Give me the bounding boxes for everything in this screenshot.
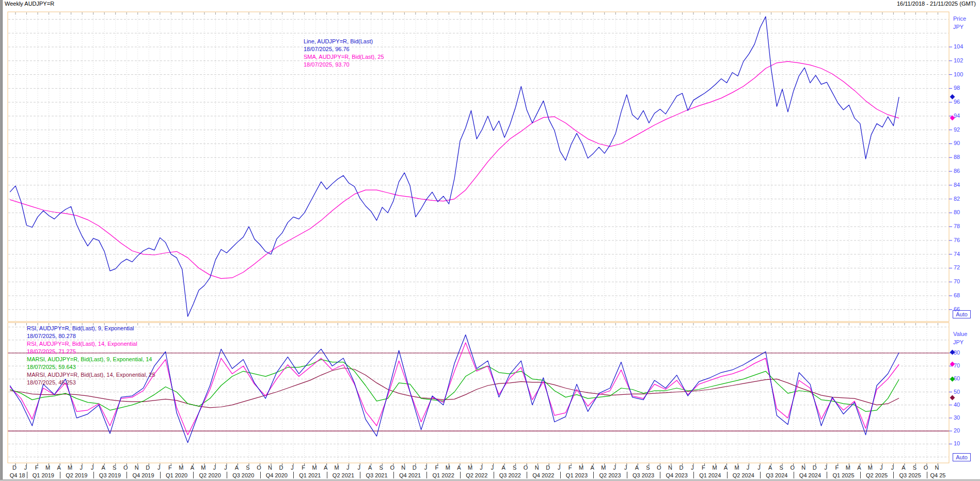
quarter-label: Q3 2025 — [896, 472, 925, 478]
auto-scale-button-value[interactable]: Auto — [953, 453, 971, 461]
quarter-label: Q3 2024 — [762, 472, 791, 478]
quarter-label: Q3 2021 — [362, 472, 391, 478]
price-axis-title: Price — [953, 15, 966, 22]
price-tick-label: 96 — [954, 99, 960, 105]
quarter-label: Q4 2023 — [662, 472, 691, 478]
price-tick-label: 102 — [954, 57, 963, 63]
price-panel-legend: Line, AUDJPY=R, Bid(Last) 18/07/2025, 96… — [304, 38, 384, 69]
month-label: O — [522, 464, 529, 471]
quarter-label: Q3 2020 — [229, 472, 258, 478]
month-label: M — [844, 464, 851, 471]
month-label: J — [745, 464, 752, 471]
month-label: J — [422, 464, 429, 471]
quarter-separator — [393, 472, 394, 478]
quarter-separator — [794, 472, 794, 478]
quarter-separator — [293, 472, 294, 478]
month-label: O — [122, 464, 129, 471]
month-label: S — [511, 464, 518, 471]
month-label: N — [533, 464, 541, 471]
quarter-label: Q1 2023 — [562, 472, 591, 478]
price-tick-label: 76 — [954, 237, 960, 243]
month-label: O — [256, 464, 263, 471]
price-axis-unit: JPY — [953, 24, 963, 30]
legend-rsi9-label: RSI, AUDJPY=R, Bid(Last), 9, Exponential — [27, 325, 155, 332]
price-line — [10, 17, 899, 316]
price-tick-label: 80 — [954, 209, 960, 215]
legend-marsi9-label: MARSI, AUDJPY=R, Bid(Last), 9, Exponenti… — [27, 356, 155, 363]
month-label: M — [466, 464, 473, 471]
month-label: M — [311, 464, 318, 471]
month-label: J — [878, 464, 885, 471]
month-label: O — [789, 464, 796, 471]
month-label: M — [578, 464, 585, 471]
month-label: D — [11, 464, 18, 471]
month-label: A — [633, 464, 640, 471]
quarter-separator — [693, 472, 694, 478]
month-label: O — [655, 464, 662, 471]
chart-application-window: Weekly AUDJPY=R 16/11/2018 - 21/11/2025 … — [0, 0, 980, 481]
quarter-separator — [627, 472, 627, 478]
value-tick-label: 20 — [954, 427, 960, 434]
month-label: M — [67, 464, 74, 471]
quarter-separator — [60, 472, 60, 478]
month-label: D — [544, 464, 551, 471]
month-label: M — [444, 464, 451, 471]
price-tick-label: 92 — [954, 126, 960, 133]
quarter-label: Q1 2020 — [162, 472, 191, 478]
month-label: A — [856, 464, 863, 471]
month-label: N — [933, 464, 940, 471]
month-label: J — [755, 464, 763, 471]
month-label: A — [100, 464, 107, 471]
month-label: J — [77, 464, 85, 471]
price-tick-label: 74 — [954, 251, 960, 257]
month-label: J — [89, 464, 96, 471]
legend-rsi14-label: RSI, AUDJPY=R, Bid(Last), 14, Exponentia… — [27, 340, 155, 348]
quarter-label: Q2 2025 — [862, 472, 891, 478]
quarter-separator — [93, 472, 94, 478]
month-label: A — [188, 464, 196, 471]
price-tick-label: 78 — [954, 223, 960, 229]
month-label: D — [677, 464, 685, 471]
month-label: J — [622, 464, 629, 471]
month-label: J — [689, 464, 696, 471]
month-label: M — [200, 464, 207, 471]
month-label: A — [455, 464, 463, 471]
month-label: A — [500, 464, 507, 471]
legend-sma-label: SMA, AUDJPY=R, Bid(Last), 25 — [304, 53, 384, 61]
legend-rsi14-value: 18/07/2025, 71.275 — [27, 348, 155, 356]
price-tick-label: 90 — [954, 140, 960, 146]
quarter-separator — [527, 472, 527, 478]
price-tick-label: 84 — [954, 182, 960, 188]
quarter-separator — [593, 472, 594, 478]
month-label: S — [244, 464, 251, 471]
value-axis-unit: JPY — [953, 339, 963, 345]
month-label: F — [433, 464, 440, 471]
month-label: M — [711, 464, 718, 471]
quarter-separator — [727, 472, 728, 478]
quarter-separator — [494, 472, 494, 478]
value-axis-title: Value — [953, 331, 967, 337]
month-label: N — [667, 464, 674, 471]
quarter-label: Q4 2024 — [796, 472, 825, 478]
quarter-label: Q1 2025 — [829, 472, 858, 478]
quarter-separator — [193, 472, 194, 478]
quarter-separator — [227, 472, 227, 478]
month-label: M — [600, 464, 607, 471]
quarter-label: Q1 2021 — [295, 472, 324, 478]
quarter-label: Q3 2023 — [629, 472, 658, 478]
chart-canvas[interactable] — [0, 0, 980, 481]
quarter-label: Q3 2019 — [96, 472, 124, 478]
quarter-label: Q3 2022 — [496, 472, 525, 478]
value-tick-label: 40 — [954, 402, 960, 408]
quarter-label: Q2 2023 — [596, 472, 625, 478]
price-tick-label: 82 — [954, 196, 960, 202]
legend-marsi14-label: MARSI, AUDJPY=R, Bid(Last), 14, Exponent… — [27, 371, 155, 379]
month-label: F — [166, 464, 173, 471]
month-label: N — [400, 464, 407, 471]
month-label: M — [733, 464, 740, 471]
month-label: S — [377, 464, 385, 471]
quarter-label: Q1 2024 — [696, 472, 724, 478]
legend-rsi9-value: 18/07/2025, 80.278 — [27, 332, 155, 340]
quarter-label: Q4 2022 — [529, 472, 558, 478]
month-label: S — [778, 464, 785, 471]
